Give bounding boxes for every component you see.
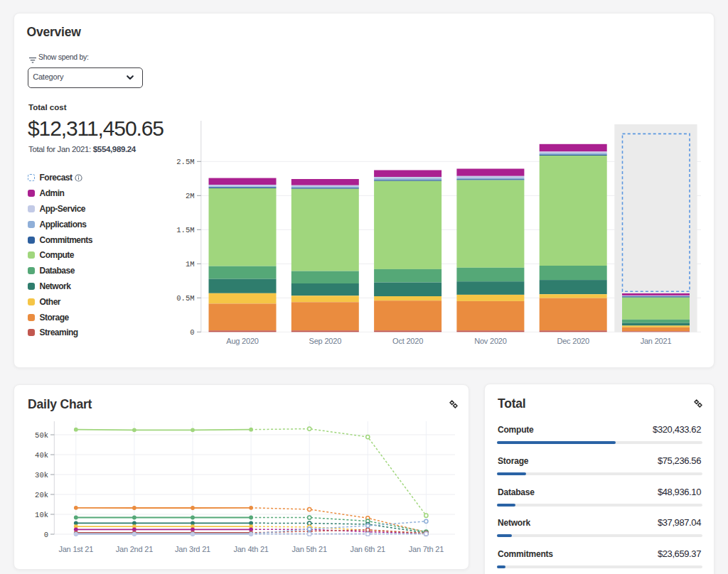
svg-text:0: 0 bbox=[44, 531, 48, 539]
svg-text:Oct 2020: Oct 2020 bbox=[392, 337, 423, 345]
svg-text:Aug 2020: Aug 2020 bbox=[226, 337, 259, 345]
svg-text:50k: 50k bbox=[35, 431, 48, 440]
svg-text:2M: 2M bbox=[186, 192, 195, 200]
svg-text:0: 0 bbox=[190, 328, 194, 337]
svg-text:Jan 3rd 21: Jan 3rd 21 bbox=[175, 545, 210, 553]
svg-text:Sep 2020: Sep 2020 bbox=[309, 337, 342, 345]
svg-text:Nov 2020: Nov 2020 bbox=[474, 337, 507, 345]
svg-text:10k: 10k bbox=[35, 511, 48, 519]
svg-text:1.5M: 1.5M bbox=[176, 226, 194, 234]
svg-text:Jan 2021: Jan 2021 bbox=[641, 337, 672, 345]
svg-text:40k: 40k bbox=[35, 451, 48, 460]
svg-text:30k: 30k bbox=[35, 471, 48, 480]
svg-text:Jan 6th 21: Jan 6th 21 bbox=[350, 545, 385, 553]
svg-text:Jan 5th 21: Jan 5th 21 bbox=[292, 545, 327, 553]
svg-text:Jan 7th 21: Jan 7th 21 bbox=[409, 545, 444, 553]
svg-text:1M: 1M bbox=[186, 260, 195, 269]
svg-text:Jan 1st 21: Jan 1st 21 bbox=[58, 545, 93, 553]
svg-text:2.5M: 2.5M bbox=[176, 158, 194, 166]
svg-text:0.5M: 0.5M bbox=[176, 294, 194, 303]
svg-text:Jan 4th 21: Jan 4th 21 bbox=[233, 545, 268, 553]
svg-text:Jan 2nd 21: Jan 2nd 21 bbox=[116, 545, 154, 553]
svg-text:Dec 2020: Dec 2020 bbox=[557, 337, 589, 345]
svg-text:20k: 20k bbox=[35, 491, 48, 499]
